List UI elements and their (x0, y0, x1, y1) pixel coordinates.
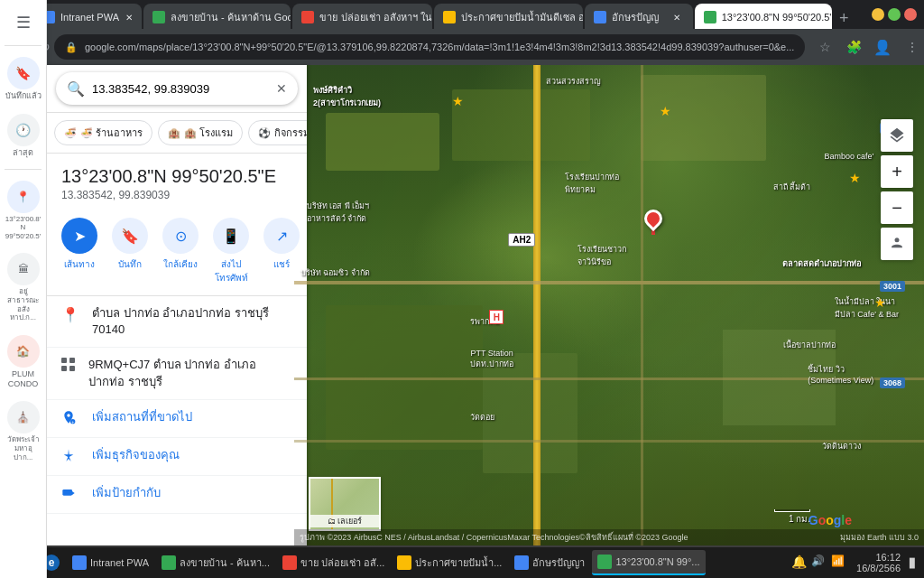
hotel-icon: 🏨 (168, 127, 180, 139)
info-add-business[interactable]: เพิ่มธุรกิจของคุณ (47, 438, 307, 476)
nav-bar: ← → ↻ 🔒 google.com/maps/place/13°23'00.8… (0, 29, 924, 65)
gm-icon-history[interactable]: 🕐 ล่าสุด (4, 108, 43, 163)
gm-icon-menu[interactable]: ☰ (4, 7, 43, 40)
taskbar-sell-rent-label: ขาย ปล่อยเช่า อสั... (300, 555, 384, 571)
close-button[interactable] (904, 8, 917, 21)
menu-dots-icon[interactable]: ⋮ (899, 34, 924, 60)
star-icon[interactable]: ☆ (812, 34, 837, 60)
gm-icon-plum[interactable]: 🏠 PLUM CONDO (4, 330, 43, 395)
directions-arrow: ➤ (74, 228, 86, 245)
svg-rect-2 (62, 489, 72, 496)
pill-activity-label: กิจกรรมนำสนใจ (274, 125, 307, 141)
info-pluscode[interactable]: 9RMQ+CJ7 ตำบล ปากท่อ อำเภอปากท่อ ราชบุรี (47, 348, 307, 399)
network-icon[interactable]: 📶 (831, 555, 847, 571)
pill-food[interactable]: 🍜 🍜 ร้านอาหาร (54, 120, 152, 145)
send-btn[interactable]: 📱 ส่งไปโทรศัพท์ (213, 218, 249, 284)
address-bar[interactable]: 🔒 google.com/maps/place/13°23'00.8"N+99°… (54, 34, 805, 60)
pluscode-text: 9RMQ+CJ7 ตำบล ปากท่อ อำเภอปากท่อ ราชบุรี (88, 357, 292, 389)
tab-bar: Intranet PWA ✕ ลงขายบ้าน - ค้นหาด้าน Goo… (30, 0, 857, 31)
hamburger-icon: ☰ (16, 13, 31, 33)
taskbar-sell-rent[interactable]: ขาย ปล่อยเช่า อสั... (277, 550, 390, 575)
pill-food-label: 🍜 ร้านอาหาร (80, 125, 143, 141)
tab-favicon (301, 11, 314, 23)
taskbar-gmaps[interactable]: 13°23'00.8"N 99°... (592, 550, 705, 575)
zoom-in-button[interactable]: + (881, 155, 913, 188)
clear-search-icon[interactable]: ✕ (276, 81, 287, 96)
add-place-icon: + (61, 410, 79, 428)
zoom-out-button[interactable]: − (881, 191, 913, 224)
taskbar-announce[interactable]: ประกาศขายปัมน้ำ... (392, 550, 507, 575)
tab-label: ขาย ปล่อยเช่า อสังหาฯ ใน... (319, 9, 432, 25)
pill-activity[interactable]: ⚽ กิจกรรมนำสนใจ (248, 120, 307, 145)
send-icon: 📱 (213, 218, 249, 254)
save-btn[interactable]: 🔖 บันทึก (112, 218, 148, 284)
minimize-button[interactable] (872, 8, 884, 21)
taskbar-sell-label: ลงขายบ้าน - ค้นหา... (180, 555, 270, 571)
search-input-wrap[interactable]: 🔍 ✕ (56, 72, 298, 105)
taskbar-intranet-label: Intranet PWA (90, 557, 149, 568)
share-icon: ↗ (263, 218, 300, 254)
tab-gmaps-active[interactable]: 13°23'00.8"N 99°50'20.5'... ✕ (695, 4, 833, 31)
maximize-button[interactable] (888, 8, 901, 21)
taskbar-clock: 16:12 16/8/2566 (851, 552, 906, 573)
nearby-circle-icon: ⊙ (175, 228, 187, 245)
notification-icon[interactable]: 🔔 (791, 555, 808, 571)
plum-label: PLUM CONDO (5, 369, 42, 389)
label-efs: บริษัท เอส พี เอ็มฯอาหารสัตว์ จำกัด (307, 200, 370, 225)
taskbar-intranet-icon (72, 555, 87, 570)
map-area[interactable]: AH2 4004 3001 3068 พงษ์ศิริคำวิ2(สาขาโกร… (294, 65, 924, 545)
tab-favicon (443, 11, 456, 23)
tab-label: ลงขายบ้าน - ค้นหาด้าน Goo... (171, 9, 291, 25)
share-btn[interactable]: ↗ แชร์ (263, 218, 300, 284)
gm-icon-transit[interactable]: 🏛 อยู่สาธารณะ อสังหาป.ก... (4, 247, 43, 327)
show-desktop-btn[interactable]: ▊ (910, 558, 920, 568)
gm-icon-temple[interactable]: ⛪ วัดพระเจ้า มหาอุปาก... (4, 396, 43, 467)
volume-icon[interactable]: 🔊 (811, 555, 827, 571)
gm-icon-bookmark[interactable]: 🔖 บันทึกแล้ว (4, 51, 43, 107)
taskbar-aksorn[interactable]: อักษรปัญญา (509, 550, 590, 575)
street-view-button[interactable] (881, 228, 913, 260)
nearby-btn[interactable]: ⊙ ใกล้เคียง (162, 218, 199, 284)
pill-hotel[interactable]: 🏨 🏨 โรงแรม (158, 120, 243, 145)
label-nek: เนื้อขาลปากท่อ (783, 339, 836, 351)
map-controls: + − (881, 119, 913, 260)
info-add-place[interactable]: + เพิ่มสถานที่ที่ขาดไป (47, 400, 307, 438)
profile-icon[interactable]: 👤 (870, 34, 895, 60)
nav-icons: ☆ 🧩 👤 ⋮ (812, 34, 924, 60)
search-input[interactable] (92, 82, 269, 96)
separator (5, 45, 42, 46)
tab-label: 13°23'00.8"N 99°50'20.5'... (722, 12, 833, 23)
transit-label: อยู่สาธารณะ อสังหาป.ก... (5, 287, 42, 322)
save-bookmark-icon: 🔖 (121, 228, 139, 245)
share-label: แชร์ (273, 257, 290, 271)
google-logo: Google (808, 513, 852, 527)
info-add-sign[interactable]: เพิ่มป้ายกำกับ (47, 476, 307, 514)
new-tab-button[interactable]: + (834, 5, 854, 31)
taskbar-sell-house[interactable]: ลงขายบ้าน - ค้นหา... (156, 550, 275, 575)
tab-close[interactable]: ✕ (125, 10, 133, 24)
tab-announce[interactable]: ประกาศขายปัมน้ำมันดีเซล อ... ✕ (434, 4, 583, 31)
bookmark-icon-circle: 🔖 (7, 57, 40, 89)
temple-label: วัดพระเจ้า มหาอุปาก... (5, 435, 42, 461)
info-address[interactable]: 📍 ตำบล ปากท่อ อำเภอปากท่อ ราชบุรี 70140 (47, 296, 307, 348)
directions-btn[interactable]: ➤ เส้นทาง (61, 218, 97, 284)
taskbar-sell-house-icon (162, 555, 176, 570)
mini-map[interactable]: 🗂 เลเยอร์ (309, 477, 381, 531)
map-pin (644, 210, 662, 235)
taskbar-intranet[interactable]: Intranet PWA (67, 550, 154, 575)
tab-sell-house[interactable]: ลงขายบ้าน - ค้นหาด้าน Goo... ✕ (143, 4, 291, 31)
separator2 (5, 169, 42, 170)
tab-close[interactable]: ✕ (670, 10, 684, 24)
address-text: ตำบล ปากท่อ อำเภอปากท่อ ราชบุรี 70140 (92, 305, 292, 338)
gm-icon-location[interactable]: 📍 13°23'00.8' N 99°50'20.5' (4, 175, 43, 247)
map-layer-button[interactable] (881, 119, 913, 152)
tab-aksorn[interactable]: อักษรปัญญ ✕ (585, 4, 693, 31)
extensions-icon[interactable]: 🧩 (841, 34, 866, 60)
send-label: ส่งไปโทรศัพท์ (213, 257, 249, 284)
tab-sell-rent[interactable]: ขาย ปล่อยเช่า อสังหาฯ ใน... ✕ (292, 4, 432, 31)
taskbar-gmaps-icon (597, 555, 612, 569)
add-sign-text: เพิ่มป้ายกำกับ (92, 485, 292, 501)
tab-intranet[interactable]: Intranet PWA ✕ (33, 4, 142, 31)
location-coords-dms: 13°23'00.8"N 99°50'20.5"E (61, 166, 292, 187)
mini-map-label: 🗂 เลเยอร์ (310, 515, 379, 527)
